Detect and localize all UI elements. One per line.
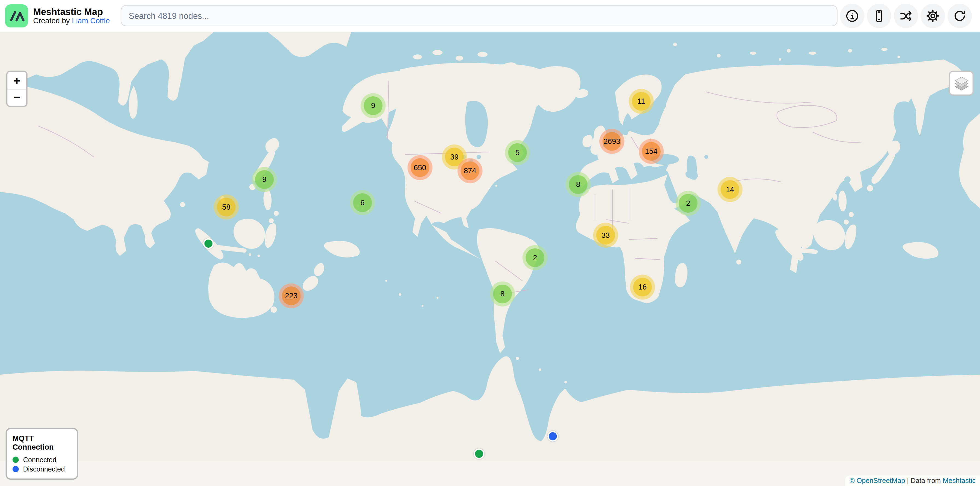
cluster-marker[interactable]: 16	[630, 274, 655, 300]
refresh-button[interactable]	[947, 4, 972, 28]
meshtastic-logo-icon	[5, 5, 28, 28]
legend-item-label: Disconnected	[23, 465, 65, 473]
cluster-marker[interactable]: 5	[505, 140, 530, 165]
cluster-marker[interactable]: 8	[566, 172, 590, 197]
settings-button[interactable]	[921, 4, 945, 28]
app-title: Meshtastic Map	[33, 6, 110, 17]
cluster-marker[interactable]: 9	[252, 167, 277, 192]
legend-item-disconnected: Disconnected	[13, 465, 72, 473]
random-node-button[interactable]	[894, 4, 918, 28]
cluster-marker[interactable]: 2	[676, 191, 700, 216]
byline-prefix: Created by	[33, 16, 72, 25]
meshtastic-link[interactable]: Meshtastic	[943, 477, 975, 484]
cluster-marker[interactable]: 14	[718, 177, 742, 202]
cluster-marker[interactable]: 9	[361, 93, 385, 118]
meshtastic-map-app: + − MQTT Connection Connected Disconnect…	[0, 0, 980, 486]
node-marker-disconnected[interactable]	[547, 431, 558, 441]
openstreetmap-link[interactable]: © OpenStreetMap	[850, 477, 905, 484]
map-attribution: © OpenStreetMap | Data from Meshtastic	[845, 475, 980, 486]
ice-shelf	[0, 461, 980, 486]
mobile-app-button[interactable]	[867, 4, 891, 28]
app-header: Meshtastic Map Created by Liam Cottle	[0, 0, 980, 32]
header-actions	[840, 4, 972, 28]
cluster-marker[interactable]: 874	[457, 158, 482, 183]
cluster-marker[interactable]: 223	[278, 283, 304, 308]
mqtt-legend-title: MQTT Connection	[13, 434, 72, 451]
cluster-marker[interactable]: 6	[350, 190, 375, 215]
info-icon	[845, 9, 859, 23]
layers-icon	[953, 75, 970, 92]
cluster-marker[interactable]: 58	[214, 194, 239, 220]
disconnected-dot-icon	[13, 466, 19, 472]
search-input[interactable]	[121, 5, 838, 26]
zoom-in-button[interactable]: +	[7, 72, 26, 89]
map-canvas[interactable]: + − MQTT Connection Connected Disconnect…	[0, 32, 980, 486]
legend-item-label: Connected	[23, 456, 57, 463]
mobile-phone-icon	[872, 9, 886, 23]
gear-icon	[926, 9, 940, 23]
info-button[interactable]	[840, 4, 864, 28]
legend-item-connected: Connected	[13, 456, 72, 463]
attribution-text: | Data from	[905, 477, 943, 484]
cluster-marker[interactable]: 33	[593, 223, 618, 248]
app-byline: Created by Liam Cottle	[33, 17, 110, 26]
zoom-control: + −	[6, 71, 28, 107]
refresh-icon	[952, 9, 967, 23]
cluster-marker[interactable]: 2693	[600, 129, 624, 154]
layers-control[interactable]	[949, 71, 974, 96]
shuffle-icon	[899, 9, 913, 23]
mqtt-legend: MQTT Connection Connected Disconnected	[6, 428, 78, 480]
brand-text: Meshtastic Map Created by Liam Cottle	[33, 6, 110, 26]
brand: Meshtastic Map Created by Liam Cottle	[5, 5, 110, 28]
cluster-marker[interactable]: 154	[639, 139, 663, 164]
cluster-marker[interactable]: 8	[490, 282, 515, 306]
author-link[interactable]: Liam Cottle	[72, 16, 110, 25]
cluster-marker[interactable]: 2	[523, 245, 547, 270]
zoom-out-button[interactable]: −	[7, 89, 26, 106]
connected-dot-icon	[13, 457, 19, 463]
cluster-marker[interactable]: 650	[407, 155, 432, 180]
cluster-marker[interactable]: 11	[628, 89, 654, 114]
world-map	[0, 32, 980, 486]
